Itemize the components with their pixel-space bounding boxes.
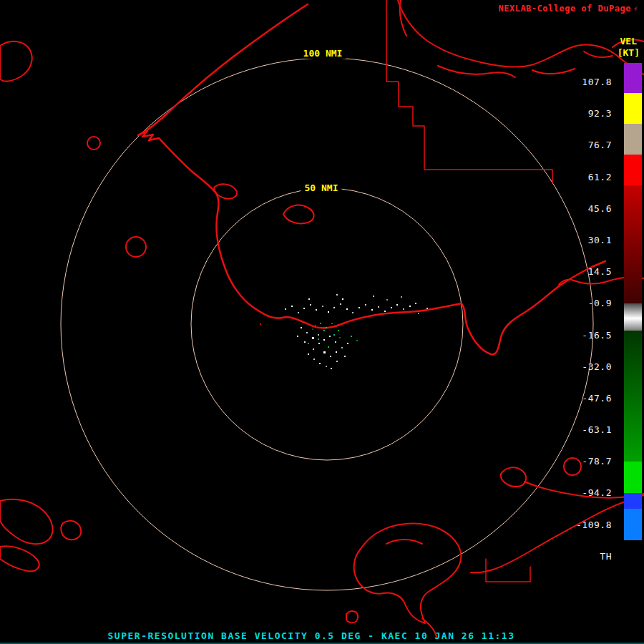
tick-label: 14.5 bbox=[567, 267, 612, 276]
brand-header: NEXLAB-College of DuPage⚡ bbox=[498, 4, 638, 14]
lake-bottom-detail-1 bbox=[386, 540, 422, 544]
island-circle-upper-left bbox=[87, 137, 100, 150]
colorbar-segment bbox=[624, 509, 642, 540]
colorbar-segment bbox=[624, 124, 642, 155]
island-bottom-left-1 bbox=[0, 499, 53, 544]
colorbar-segment bbox=[624, 303, 642, 331]
coastline-top-right-detail-5 bbox=[584, 52, 613, 57]
colorbar-segment bbox=[624, 185, 642, 303]
tick-label: -32.0 bbox=[567, 362, 612, 371]
tick-label: -78.7 bbox=[567, 457, 612, 466]
radar-display: 100 NMI 50 NMI NEXLAB-College of DuPage⚡… bbox=[0, 0, 644, 644]
colorbar-segment bbox=[624, 63, 642, 93]
colorbar-segment bbox=[624, 493, 642, 509]
island-top-left bbox=[0, 42, 32, 82]
colorbar-segment bbox=[624, 331, 642, 462]
lake-near-50nmi bbox=[283, 205, 314, 224]
colorbar-title: VEL bbox=[620, 36, 637, 47]
colorbar-segment bbox=[624, 155, 642, 185]
coastline-bottom-right bbox=[471, 495, 644, 572]
boundary-steps-top bbox=[386, 0, 552, 183]
map-overlay bbox=[0, 0, 644, 637]
island-bottom-left-2 bbox=[0, 546, 39, 571]
tick-label: -94.2 bbox=[567, 488, 612, 497]
colorbar-segment bbox=[624, 462, 642, 493]
range-rings bbox=[61, 58, 593, 590]
brand-text: NEXLAB-College of DuPage bbox=[498, 4, 630, 14]
tick-label: -0.9 bbox=[567, 298, 612, 308]
tick-label: -63.1 bbox=[567, 425, 612, 434]
islet-bottom-center bbox=[346, 611, 358, 623]
colorbar-segment bbox=[624, 93, 642, 124]
coastline-main bbox=[138, 4, 605, 354]
tick-label: -109.8 bbox=[567, 520, 612, 530]
colorbar-tick-labels: 107.8 92.3 76.7 61.2 45.6 30.1 14.5 -0.9… bbox=[567, 77, 612, 561]
tick-label: 61.2 bbox=[567, 172, 612, 182]
lake-bottom-center bbox=[354, 524, 462, 623]
threshold-label: TH bbox=[567, 552, 612, 561]
velocity-colorbar bbox=[624, 63, 642, 565]
coastline-top-right-detail-1 bbox=[438, 66, 515, 77]
range-ring-label-100nmi: 100 NMI bbox=[300, 49, 346, 59]
tick-label: 76.7 bbox=[567, 140, 612, 150]
radar-echoes bbox=[260, 294, 428, 369]
coastline-top-right-detail-2 bbox=[532, 69, 575, 74]
range-ring-label-50nmi: 50 NMI bbox=[301, 183, 342, 193]
radar-map-canvas bbox=[0, 0, 644, 644]
island-circle-left bbox=[126, 237, 146, 257]
islet-bottom-left bbox=[61, 521, 81, 540]
tick-label: -47.6 bbox=[567, 394, 612, 403]
tick-label: 92.3 bbox=[567, 109, 612, 118]
tick-label: 107.8 bbox=[567, 77, 612, 87]
product-status-text: SUPER-RESOLUTION BASE VELOCITY 0.5 DEG -… bbox=[0, 630, 623, 641]
tick-label: 45.6 bbox=[567, 204, 612, 213]
range-ring-50nmi bbox=[191, 188, 463, 460]
colorbar-segment bbox=[624, 540, 642, 565]
tick-label: -16.5 bbox=[567, 331, 612, 340]
tick-label: 30.1 bbox=[567, 235, 612, 245]
range-ring-100nmi bbox=[61, 58, 593, 590]
colorbar-units: [KT] bbox=[618, 47, 640, 58]
lightning-icon: ⚡ bbox=[633, 4, 638, 14]
island-loop-bottom-right bbox=[501, 467, 526, 487]
